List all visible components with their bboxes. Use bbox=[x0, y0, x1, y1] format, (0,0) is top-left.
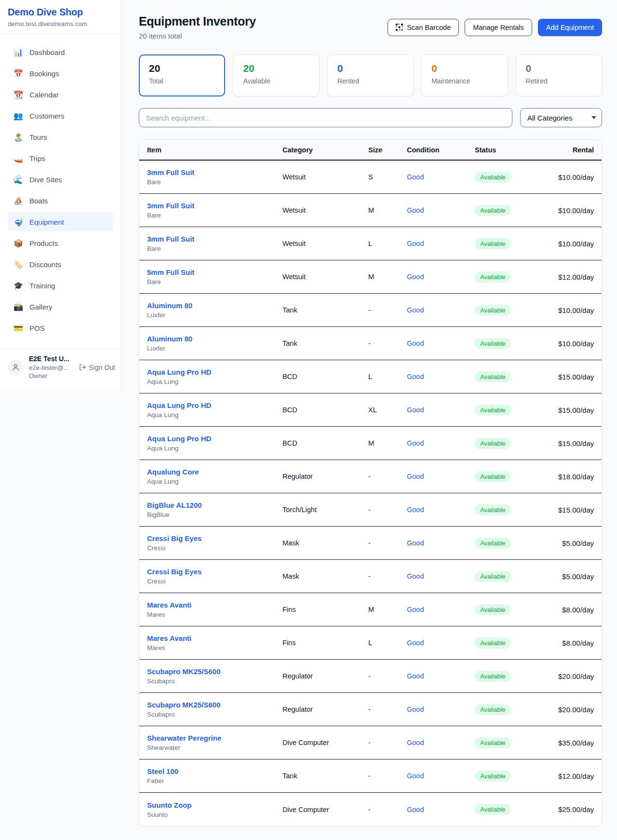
item-name-link[interactable]: Steel 100 bbox=[147, 767, 282, 775]
sidebar-item-discounts[interactable]: 🏷️ Discounts bbox=[8, 255, 113, 274]
table-row[interactable]: BigBlue AL1200 BigBlue Torch/Light - Goo… bbox=[139, 493, 602, 527]
item-name-link[interactable]: Aqualung Core bbox=[147, 468, 282, 476]
item-condition-link[interactable]: Good bbox=[407, 506, 475, 514]
sidebar-item-equipment[interactable]: 🤿 Equipment bbox=[8, 212, 113, 231]
table-row[interactable]: Steel 100 Faber Tank - Good Available $1… bbox=[139, 759, 602, 793]
item-condition-link[interactable]: Good bbox=[407, 373, 475, 380]
stat-card-rented[interactable]: 0 Rented bbox=[327, 54, 414, 96]
sidebar-item-boats[interactable]: ⛵ Boats bbox=[8, 191, 113, 210]
filters-row: All Categories bbox=[139, 108, 602, 127]
table-row[interactable]: 3mm Full Suit Bare Wetsuit M Good Availa… bbox=[139, 194, 602, 227]
sidebar-item-customers[interactable]: 👥 Customers bbox=[8, 106, 113, 125]
item-condition-link[interactable]: Good bbox=[407, 273, 475, 281]
stat-card-available[interactable]: 20 Available bbox=[233, 54, 319, 96]
table-row[interactable]: Aluminum 80 Luxfer Tank - Good Available… bbox=[139, 294, 602, 327]
table-row[interactable]: Cressi Big Eyes Cressi Mask - Good Avail… bbox=[139, 527, 602, 560]
table-row[interactable]: Suunto Zoop Suunto Dive Computer - Good … bbox=[139, 793, 602, 826]
item-condition-link[interactable]: Good bbox=[407, 473, 475, 480]
item-name-link[interactable]: Mares Avanti bbox=[147, 601, 282, 609]
sidebar-item-dive-sites[interactable]: 🌊 Dive Sites bbox=[8, 170, 113, 189]
sidebar-item-bookings[interactable]: 📅 Bookings bbox=[8, 64, 113, 83]
item-rental-price: $15.00/day bbox=[558, 439, 594, 447]
item-condition-link[interactable]: Good bbox=[407, 206, 475, 214]
item-condition-link[interactable]: Good bbox=[407, 639, 475, 647]
item-name-link[interactable]: 5mm Full Suit bbox=[147, 268, 282, 276]
table-row[interactable]: Aqua Lung Pro HD Aqua Lung BCD M Good Av… bbox=[139, 427, 602, 460]
table-row[interactable]: Aluminum 80 Luxfer Tank - Good Available… bbox=[139, 327, 602, 360]
table-row[interactable]: Mares Avanti Mares Fins L Good Available… bbox=[139, 626, 602, 660]
sidebar-item-dashboard[interactable]: 📊 Dashboard bbox=[8, 42, 113, 62]
table-row[interactable]: Aqualung Core Aqua Lung Regulator - Good… bbox=[139, 460, 602, 493]
table-row[interactable]: Shearwater Peregrine Shearwater Dive Com… bbox=[139, 726, 602, 759]
item-rental-price: $35.00/day bbox=[558, 739, 594, 747]
item-category: Mask bbox=[282, 539, 368, 547]
equipment-icon: 🤿 bbox=[13, 217, 23, 227]
scan-barcode-button[interactable]: Scan Barcode bbox=[388, 19, 459, 36]
item-condition-link[interactable]: Good bbox=[407, 339, 475, 347]
table-row[interactable]: Scubapro MK25/S600 Scubapro Regulator - … bbox=[139, 693, 602, 726]
item-name-link[interactable]: Cressi Big Eyes bbox=[147, 568, 282, 576]
sidebar-item-tours[interactable]: 🏝️ Tours bbox=[8, 127, 113, 147]
item-rental-price: $5.00/day bbox=[558, 572, 594, 581]
item-name-link[interactable]: Aqua Lung Pro HD bbox=[147, 434, 282, 443]
stat-card-retired[interactable]: 0 Retired bbox=[516, 54, 602, 96]
sidebar-item-trips[interactable]: 🚤 Trips bbox=[8, 149, 113, 168]
item-rental-price: $8.00/day bbox=[558, 639, 594, 647]
status-badge: Available bbox=[475, 637, 511, 649]
item-condition-link[interactable]: Good bbox=[407, 306, 475, 314]
table-row[interactable]: Aqua Lung Pro HD Aqua Lung BCD XL Good A… bbox=[139, 393, 602, 427]
table-row[interactable]: 3mm Full Suit Bare Wetsuit L Good Availa… bbox=[139, 227, 602, 260]
trips-icon: 🚤 bbox=[13, 154, 23, 163]
item-condition-link[interactable]: Good bbox=[407, 739, 475, 746]
item-condition-link[interactable]: Good bbox=[407, 173, 475, 181]
item-size: - bbox=[368, 705, 407, 713]
sidebar-item-calendar[interactable]: 📆 Calendar bbox=[8, 85, 113, 104]
status-badge: Available bbox=[475, 338, 511, 349]
item-condition-link[interactable]: Good bbox=[407, 606, 475, 613]
sign-out-button[interactable]: Sign Out bbox=[79, 364, 115, 371]
item-name-link[interactable]: Suunto Zoop bbox=[147, 801, 282, 809]
table-row[interactable]: Cressi Big Eyes Cressi Mask - Good Avail… bbox=[139, 560, 602, 593]
item-name-link[interactable]: Aluminum 80 bbox=[147, 301, 282, 310]
item-condition-link[interactable]: Good bbox=[407, 705, 475, 713]
stat-card-maintenance[interactable]: 0 Maintenance bbox=[421, 54, 508, 96]
item-name-link[interactable]: Aqua Lung Pro HD bbox=[147, 368, 282, 376]
manage-rentals-button[interactable]: Manage Rentals bbox=[465, 19, 532, 36]
item-condition-link[interactable]: Good bbox=[407, 772, 475, 780]
sidebar-item-pos[interactable]: 💳 POS bbox=[8, 318, 113, 338]
add-equipment-label: Add Equipment bbox=[546, 24, 594, 31]
sidebar-item-gallery[interactable]: 📸 Gallery bbox=[8, 297, 113, 316]
item-name-link[interactable]: 3mm Full Suit bbox=[147, 235, 282, 243]
table-row[interactable]: 3mm Full Suit Bare Wetsuit S Good Availa… bbox=[139, 161, 602, 194]
item-name-link[interactable]: Scubapro MK25/S600 bbox=[147, 701, 282, 709]
item-condition-link[interactable]: Good bbox=[407, 439, 475, 447]
item-name-link[interactable]: Mares Avanti bbox=[147, 634, 282, 642]
category-select[interactable]: All Categories bbox=[520, 108, 602, 127]
sidebar-item-products[interactable]: 📦 Products bbox=[8, 233, 113, 253]
user-meta: E2E Test U... e2e-tester@... Owner bbox=[29, 354, 69, 380]
item-condition-link[interactable]: Good bbox=[407, 240, 475, 247]
item-name-link[interactable]: 3mm Full Suit bbox=[147, 168, 282, 176]
table-row[interactable]: Aqua Lung Pro HD Aqua Lung BCD L Good Av… bbox=[139, 360, 602, 393]
item-condition-link[interactable]: Good bbox=[407, 406, 475, 414]
add-equipment-button[interactable]: Add Equipment bbox=[538, 19, 602, 36]
item-name-link[interactable]: Cressi Big Eyes bbox=[147, 534, 282, 542]
item-name-link[interactable]: Shearwater Peregrine bbox=[147, 734, 282, 742]
item-condition-link[interactable]: Good bbox=[407, 572, 475, 580]
item-size: - bbox=[368, 806, 407, 813]
item-condition-link[interactable]: Good bbox=[407, 806, 475, 813]
item-name-link[interactable]: BigBlue AL1200 bbox=[147, 501, 282, 509]
sidebar-item-training[interactable]: 🎓 Training bbox=[8, 276, 113, 295]
item-name-link[interactable]: Scubapro MK25/S600 bbox=[147, 667, 282, 676]
item-condition-link[interactable]: Good bbox=[407, 539, 475, 547]
table-row[interactable]: Mares Avanti Mares Fins M Good Available… bbox=[139, 593, 602, 626]
search-input[interactable] bbox=[139, 108, 512, 127]
item-name-link[interactable]: 3mm Full Suit bbox=[147, 202, 282, 210]
item-name-link[interactable]: Aluminum 80 bbox=[147, 335, 282, 343]
item-condition-link[interactable]: Good bbox=[407, 672, 475, 680]
table-row[interactable]: 5mm Full Suit Bare Wetsuit M Good Availa… bbox=[139, 260, 602, 294]
table-row[interactable]: Scubapro MK25/S600 Scubapro Regulator - … bbox=[139, 660, 602, 693]
stat-card-total[interactable]: 20 Total bbox=[139, 54, 225, 96]
page-title: Equipment Inventory bbox=[139, 14, 256, 28]
item-name-link[interactable]: Aqua Lung Pro HD bbox=[147, 401, 282, 409]
